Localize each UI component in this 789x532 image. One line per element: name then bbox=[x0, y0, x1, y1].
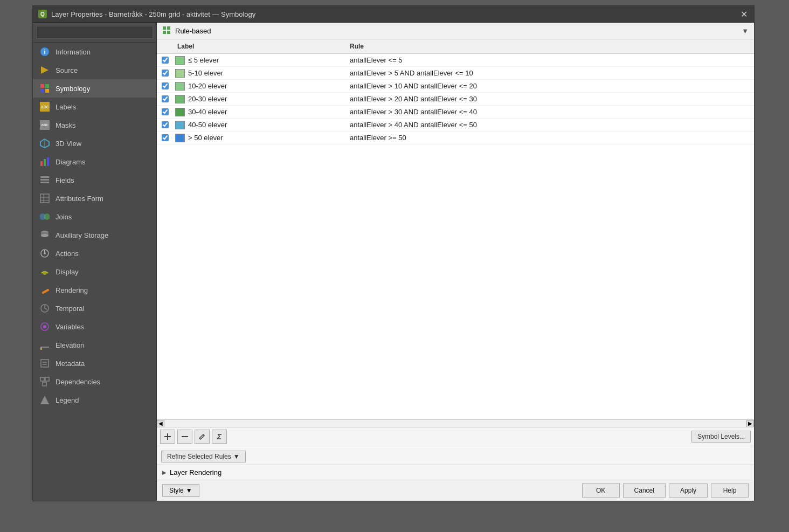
auxiliary-storage-icon bbox=[39, 230, 50, 240]
edit-rule-button[interactable] bbox=[195, 430, 210, 444]
diagrams-icon bbox=[39, 156, 50, 167]
svg-rect-44 bbox=[167, 26, 170, 30]
row-rule-1: antallElever > 5 AND antallElever <= 10 bbox=[345, 68, 754, 78]
sidebar-item-dependencies[interactable]: Dependencies bbox=[33, 372, 156, 391]
row-check-5[interactable] bbox=[157, 120, 173, 129]
svg-rect-14 bbox=[40, 182, 49, 183]
row-rule-3: antallElever > 20 AND antallElever <= 30 bbox=[345, 94, 754, 104]
information-icon: i bbox=[39, 46, 50, 57]
svg-rect-6 bbox=[45, 89, 49, 93]
sidebar-item-fields[interactable]: Fields bbox=[33, 171, 156, 189]
table-row: 20-30 elever antallElever > 20 AND antal… bbox=[157, 93, 754, 106]
color-swatch-5[interactable] bbox=[175, 121, 185, 129]
sidebar-label-display: Display bbox=[56, 268, 79, 276]
style-button[interactable]: Style ▼ bbox=[162, 484, 199, 497]
action-buttons: OK Cancel Apply Help bbox=[582, 483, 749, 498]
svg-point-23 bbox=[41, 234, 49, 237]
row-rule-6: antallElever >= 50 bbox=[345, 133, 754, 143]
color-swatch-4[interactable] bbox=[175, 108, 185, 116]
sidebar-item-display[interactable]: Display bbox=[33, 262, 156, 281]
sidebar-item-legend[interactable]: Legend bbox=[33, 391, 156, 409]
attributes-form-icon bbox=[39, 193, 50, 204]
sidebar-label-joins: Joins bbox=[56, 213, 72, 221]
sidebar-label-variables: Variables bbox=[56, 323, 84, 331]
add-rule-button[interactable] bbox=[160, 430, 175, 444]
refine-selected-rules-button[interactable]: Refine Selected Rules ▼ bbox=[161, 451, 246, 462]
scroll-right-arrow[interactable]: ▶ bbox=[746, 420, 754, 427]
sidebar-item-information[interactable]: i Information bbox=[33, 43, 156, 61]
count-features-button[interactable]: Σ bbox=[212, 430, 227, 444]
sidebar-item-elevation[interactable]: Elevation bbox=[33, 336, 156, 354]
source-icon bbox=[39, 65, 50, 75]
sidebar-item-auxiliary-storage[interactable]: Auxiliary Storage bbox=[33, 226, 156, 244]
row-rule-5: antallElever > 40 AND antallElever <= 50 bbox=[345, 120, 754, 130]
row-check-3[interactable] bbox=[157, 94, 173, 103]
3dview-icon bbox=[39, 138, 50, 149]
sidebar-label-elevation: Elevation bbox=[56, 341, 84, 349]
table-row: 30-40 elever antallElever > 30 AND antal… bbox=[157, 106, 754, 119]
row-check-1[interactable] bbox=[157, 68, 173, 78]
sidebar-item-actions[interactable]: Actions bbox=[33, 244, 156, 262]
layer-rendering-section[interactable]: ▶ Layer Rendering bbox=[157, 465, 754, 480]
sidebar-item-temporal[interactable]: Temporal bbox=[33, 299, 156, 317]
cancel-button[interactable]: Cancel bbox=[623, 483, 666, 498]
bottom-toolbar: Σ Symbol Levels... bbox=[157, 427, 754, 446]
sidebar-item-symbology[interactable]: Symbology bbox=[33, 79, 156, 98]
right-panel: Rule-based ▼ Label Rule ≤ bbox=[157, 23, 754, 501]
svg-line-31 bbox=[45, 308, 47, 309]
svg-rect-46 bbox=[167, 31, 170, 34]
search-box[interactable] bbox=[33, 23, 156, 43]
sidebar-item-3dview[interactable]: 3D View bbox=[33, 134, 156, 153]
color-swatch-1[interactable] bbox=[175, 69, 185, 78]
renderer-header[interactable]: Rule-based ▼ bbox=[157, 23, 754, 39]
row-label-1: 5-10 elever bbox=[173, 68, 345, 79]
temporal-icon bbox=[39, 303, 50, 314]
sidebar-item-masks[interactable]: abc Masks bbox=[33, 116, 156, 134]
sidebar-item-diagrams[interactable]: Diagrams bbox=[33, 153, 156, 171]
remove-rule-button[interactable] bbox=[177, 430, 192, 444]
renderer-icon bbox=[162, 26, 172, 36]
sidebar-item-rendering[interactable]: Rendering bbox=[33, 281, 156, 299]
layer-rendering-arrow: ▶ bbox=[162, 469, 167, 475]
metadata-icon bbox=[39, 358, 50, 369]
table-row: ≤ 5 elever antallElever <= 5 bbox=[157, 54, 754, 67]
col-rule-header: Rule bbox=[345, 42, 754, 51]
table-row: 10-20 elever antallElever > 10 AND antal… bbox=[157, 80, 754, 93]
apply-button[interactable]: Apply bbox=[669, 483, 708, 498]
color-swatch-0[interactable] bbox=[175, 56, 185, 65]
row-check-2[interactable] bbox=[157, 81, 173, 91]
sidebar-item-variables[interactable]: Variables bbox=[33, 317, 156, 336]
renderer-label: Rule-based bbox=[175, 27, 211, 35]
close-button[interactable]: ✕ bbox=[739, 9, 749, 19]
sidebar-label-attributes-form: Attributes Form bbox=[56, 195, 103, 203]
color-swatch-2[interactable] bbox=[175, 82, 185, 91]
row-check-0[interactable] bbox=[157, 56, 173, 65]
ok-button[interactable]: OK bbox=[582, 483, 620, 498]
scrollbar-horizontal[interactable]: ◀ ▶ bbox=[157, 419, 754, 427]
symbol-levels-button[interactable]: Symbol Levels... bbox=[691, 431, 751, 443]
fields-icon bbox=[39, 175, 50, 185]
sidebar-label-metadata: Metadata bbox=[56, 360, 85, 368]
table-row: > 50 elever antallElever >= 50 bbox=[157, 132, 754, 144]
help-button[interactable]: Help bbox=[711, 483, 749, 498]
col-label-header: Label bbox=[173, 42, 345, 51]
sidebar-item-attributes-form[interactable]: Attributes Form bbox=[33, 189, 156, 208]
color-swatch-6[interactable] bbox=[175, 134, 185, 142]
sidebar-item-labels[interactable]: abc Labels bbox=[33, 98, 156, 116]
sidebar-item-joins[interactable]: Joins bbox=[33, 208, 156, 226]
table-header: Label Rule bbox=[157, 39, 754, 54]
window-title: Layer Properties - Barnetråkk - 250m gri… bbox=[51, 10, 255, 18]
renderer-dropdown-arrow[interactable]: ▼ bbox=[742, 27, 749, 35]
svg-point-33 bbox=[43, 325, 46, 328]
svg-marker-42 bbox=[40, 396, 49, 404]
row-check-4[interactable] bbox=[157, 107, 173, 116]
sidebar-label-diagrams: Diagrams bbox=[56, 158, 86, 166]
color-swatch-3[interactable] bbox=[175, 95, 185, 103]
scroll-left-arrow[interactable]: ◀ bbox=[157, 420, 164, 427]
svg-rect-5 bbox=[40, 89, 44, 93]
search-input[interactable] bbox=[36, 26, 153, 39]
row-check-6[interactable] bbox=[157, 133, 173, 142]
masks-icon: abc bbox=[39, 120, 50, 130]
sidebar-item-metadata[interactable]: Metadata bbox=[33, 354, 156, 372]
sidebar-item-source[interactable]: Source bbox=[33, 61, 156, 79]
